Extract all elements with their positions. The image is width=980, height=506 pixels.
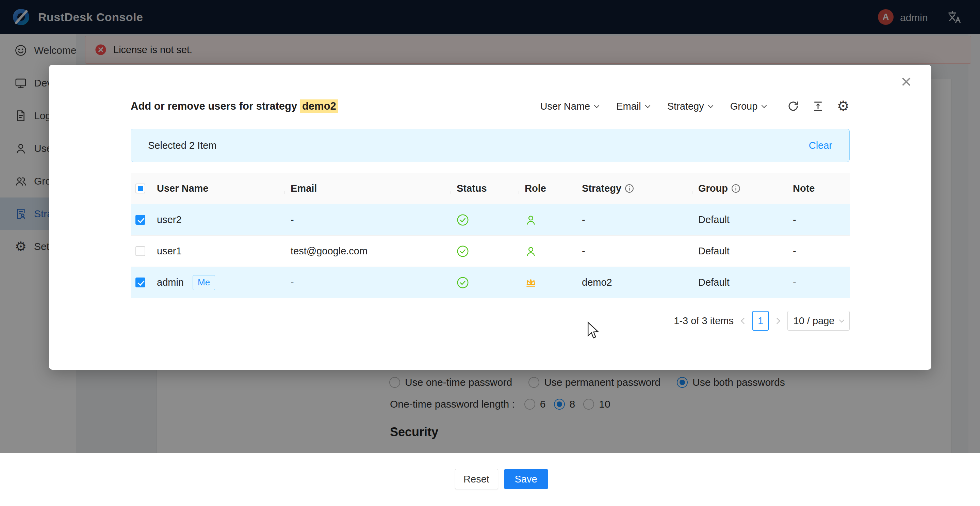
- status-enabled-icon: [457, 245, 469, 257]
- select-all-checkbox[interactable]: [135, 184, 145, 193]
- refresh-icon[interactable]: [787, 100, 799, 112]
- chevron-down-icon: [594, 102, 600, 108]
- filter-email[interactable]: Email: [616, 101, 649, 112]
- table-row-user1[interactable]: user1 test@google.com - Default -: [130, 236, 850, 267]
- chevron-down-icon: [708, 102, 713, 108]
- row-checkbox-checked[interactable]: [135, 278, 145, 287]
- status-enabled-icon: [457, 214, 469, 226]
- filter-group[interactable]: Group: [730, 101, 766, 112]
- user-role-icon: [525, 245, 537, 257]
- column-header-group[interactable]: Group: [692, 183, 787, 194]
- settings-icon[interactable]: ⚙: [837, 99, 850, 113]
- column-header-status[interactable]: Status: [451, 183, 519, 194]
- add-remove-users-dialog: × Add or remove users for strategy demo2…: [49, 65, 931, 370]
- note-cell: -: [787, 214, 850, 225]
- email-cell: test@google.com: [285, 246, 451, 257]
- row-checkbox-unchecked[interactable]: [135, 246, 145, 256]
- role-cell: [519, 276, 576, 289]
- dialog-title: Add or remove users for strategy demo2: [130, 100, 338, 112]
- user-name-cell: user1: [151, 246, 285, 257]
- page-size-select[interactable]: 10 / page: [788, 311, 850, 330]
- strategy-cell: -: [576, 214, 692, 225]
- row-checkbox-checked[interactable]: [135, 215, 145, 225]
- info-icon[interactable]: [625, 184, 634, 193]
- filter-bar: User Name Email Strategy Group: [540, 99, 850, 113]
- pagination-total: 1-3 of 3 items: [674, 315, 733, 327]
- user-name-cell: user2: [151, 214, 285, 225]
- selection-count-text: Selected 2 Item: [148, 140, 217, 151]
- dialog-header: Add or remove users for strategy demo2 U…: [130, 96, 850, 117]
- filter-strategy[interactable]: Strategy: [667, 101, 713, 112]
- note-cell: -: [787, 246, 850, 257]
- strategy-name-highlight: demo2: [300, 99, 338, 113]
- page-footer: Reset Save: [0, 453, 980, 506]
- save-button[interactable]: Save: [504, 469, 548, 489]
- chevron-down-icon: [839, 317, 845, 322]
- close-icon[interactable]: ×: [901, 72, 912, 91]
- current-page-button[interactable]: 1: [752, 311, 769, 330]
- prev-page-icon[interactable]: [741, 318, 747, 324]
- me-badge: Me: [192, 275, 215, 290]
- column-header-strategy[interactable]: Strategy: [576, 183, 692, 194]
- selection-bar: Selected 2 Item Clear: [130, 129, 850, 162]
- column-header-role[interactable]: Role: [519, 183, 576, 194]
- next-page-icon[interactable]: [774, 318, 780, 324]
- group-cell: Default: [692, 277, 787, 288]
- table-header-row: User Name Email Status Role Strategy Gro…: [130, 173, 850, 204]
- pagination: 1-3 of 3 items 1 10 / page: [674, 311, 850, 331]
- table-row-user2[interactable]: user2 - - Default -: [130, 204, 850, 236]
- column-header-user-name[interactable]: User Name: [151, 183, 285, 194]
- chevron-down-icon: [645, 102, 650, 108]
- chevron-down-icon: [762, 102, 767, 108]
- filter-user-name[interactable]: User Name: [540, 101, 599, 112]
- email-cell: -: [285, 214, 451, 225]
- column-header-note[interactable]: Note: [787, 183, 850, 194]
- role-cell: [519, 245, 576, 257]
- column-header-email[interactable]: Email: [285, 183, 451, 194]
- group-cell: Default: [692, 246, 787, 257]
- table-row-admin[interactable]: admin Me - demo2 Default -: [130, 267, 850, 298]
- note-cell: -: [787, 277, 850, 288]
- strategy-cell: -: [576, 246, 692, 257]
- status-cell: [451, 245, 519, 257]
- user-role-icon: [525, 214, 537, 226]
- reset-button[interactable]: Reset: [455, 469, 498, 489]
- users-table: User Name Email Status Role Strategy Gro…: [130, 173, 850, 298]
- user-name-cell: admin Me: [151, 275, 285, 290]
- clear-selection-link[interactable]: Clear: [809, 140, 832, 151]
- status-cell: [451, 214, 519, 226]
- email-cell: -: [285, 277, 451, 288]
- table-toolbar: ⚙: [787, 99, 850, 113]
- info-icon[interactable]: [731, 184, 740, 193]
- status-cell: [451, 276, 519, 289]
- status-enabled-icon: [457, 276, 469, 289]
- strategy-cell: demo2: [576, 277, 692, 288]
- role-cell: [519, 214, 576, 226]
- group-cell: Default: [692, 214, 787, 225]
- row-height-icon[interactable]: [812, 101, 824, 112]
- dialog-title-text: Add or remove users for strategy: [130, 100, 300, 112]
- admin-crown-icon: [525, 276, 537, 289]
